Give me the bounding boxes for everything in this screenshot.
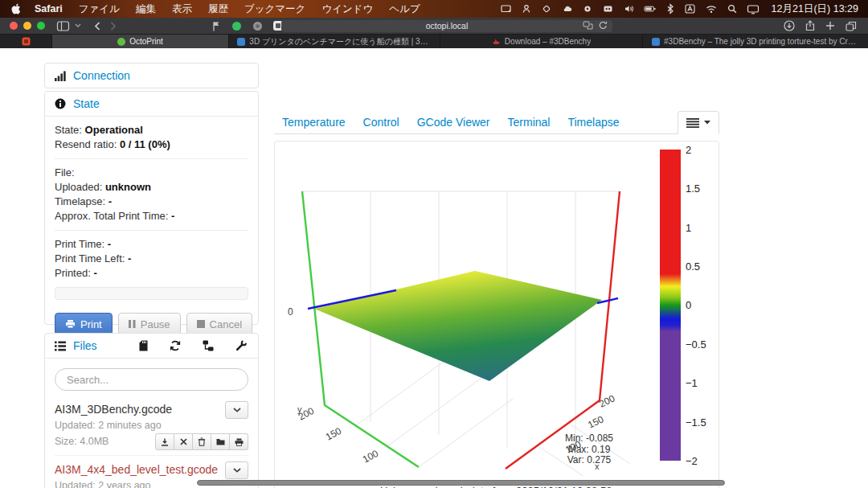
menu-file[interactable]: ファイル bbox=[71, 0, 128, 18]
address-bar[interactable]: octopi.local bbox=[281, 20, 612, 32]
tab-octoprint[interactable]: OctoPrint bbox=[52, 35, 229, 48]
menu-history[interactable]: 履歴 bbox=[200, 0, 236, 18]
battery-icon[interactable] bbox=[644, 3, 657, 14]
divider bbox=[55, 230, 248, 231]
colorbar bbox=[660, 150, 681, 461]
bluetooth-icon[interactable] bbox=[665, 3, 675, 14]
share-icon[interactable] bbox=[805, 20, 815, 31]
new-tab-icon[interactable] bbox=[825, 21, 835, 31]
refresh-icon[interactable] bbox=[170, 340, 181, 351]
menu-bookmarks[interactable]: ブックマーク bbox=[236, 0, 313, 18]
apple-icon[interactable] bbox=[11, 3, 22, 14]
search-icon[interactable] bbox=[727, 3, 738, 14]
colorbar-tick: 0 bbox=[686, 299, 691, 310]
octoprint-page: Connection State State: Operational Rese… bbox=[0, 48, 868, 488]
file-actions bbox=[155, 433, 248, 450]
colorbar-tick: 2 bbox=[686, 144, 691, 155]
wifi-icon[interactable] bbox=[705, 3, 718, 14]
file-row[interactable]: AI3M_3DBenchy.gcode Updated: 2 minutes a… bbox=[55, 396, 248, 455]
pill-icon[interactable] bbox=[582, 3, 593, 14]
tab-timelapse[interactable]: Timelapse bbox=[567, 116, 619, 129]
menu-help[interactable]: ヘルプ bbox=[381, 0, 428, 18]
pinned-pin-icon[interactable] bbox=[211, 21, 221, 31]
svg-text:150: 150 bbox=[586, 413, 605, 431]
close-window-button[interactable] bbox=[10, 22, 18, 30]
state-header[interactable]: State bbox=[45, 92, 258, 116]
remove-file-button[interactable] bbox=[174, 433, 193, 450]
tab-benchy-site[interactable]: #3DBenchy – The jolly 3D printing tortur… bbox=[643, 35, 868, 48]
state-row: Approx. Total Print Time: - bbox=[55, 209, 248, 223]
pinned-tab[interactable] bbox=[0, 35, 52, 48]
sd-card-icon[interactable] bbox=[139, 340, 148, 351]
tab-download-benchy[interactable]: Download – #3DBenchy bbox=[440, 35, 643, 48]
info-icon bbox=[55, 98, 66, 109]
pinned-tab-favicon bbox=[22, 37, 31, 46]
zoom-window-button[interactable] bbox=[37, 22, 45, 30]
print-button[interactable]: Print bbox=[55, 313, 113, 335]
screen-mirroring-icon[interactable] bbox=[500, 3, 512, 14]
print-file-button[interactable] bbox=[230, 433, 248, 450]
download-file-button[interactable] bbox=[155, 433, 174, 450]
keypad-icon[interactable] bbox=[602, 3, 614, 14]
load-file-button[interactable] bbox=[211, 433, 230, 450]
connection-header[interactable]: Connection bbox=[45, 64, 258, 88]
svg-text:150: 150 bbox=[324, 425, 344, 443]
input-source-icon[interactable] bbox=[684, 3, 696, 14]
tab-bed-visualizer-active[interactable] bbox=[678, 111, 719, 134]
file-dropdown-button[interactable] bbox=[225, 401, 248, 419]
file-name[interactable]: AI3M_4x4_bed_level_test.gcode bbox=[55, 461, 218, 478]
menu-edit[interactable]: 編集 bbox=[128, 0, 164, 18]
tab-control[interactable]: Control bbox=[363, 116, 399, 129]
delete-file-button[interactable] bbox=[193, 433, 211, 450]
menubar-clock[interactable]: 12月21日(日) 13:29 bbox=[772, 2, 858, 16]
menu-view[interactable]: 表示 bbox=[164, 0, 200, 18]
svg-text:100: 100 bbox=[361, 448, 381, 465]
wrench-icon[interactable] bbox=[235, 340, 247, 351]
file-name[interactable]: AI3M_3DBenchy.gcode bbox=[55, 401, 172, 417]
minimize-window-button[interactable] bbox=[23, 22, 31, 30]
bed-mesh-3d-plot[interactable]: 0 200 150 100 y 200 150 100 x bbox=[276, 142, 630, 476]
colorbar-tick: −1 bbox=[686, 377, 698, 388]
file-dropdown-button[interactable] bbox=[225, 461, 248, 479]
address-url: octopi.local bbox=[426, 21, 469, 31]
tab-gcode-viewer[interactable]: GCode Viewer bbox=[417, 116, 490, 129]
tab-benchmark-article[interactable]: 3D プリンタのベンチマークに使う船の種類 | 3Dエンジン bbox=[229, 35, 440, 48]
screen: Safari ファイル 編集 表示 履歴 ブックマーク ウインドウ ヘルプ 12… bbox=[0, 0, 868, 488]
user-icon[interactable] bbox=[521, 3, 532, 14]
horizontal-scrollbar[interactable] bbox=[197, 480, 725, 486]
reload-icon[interactable] bbox=[599, 21, 608, 30]
printer-icon bbox=[235, 438, 244, 446]
extension-green-icon[interactable] bbox=[231, 21, 242, 31]
pause-button[interactable]: Pause bbox=[118, 313, 181, 335]
folder-tree-icon[interactable] bbox=[203, 340, 214, 351]
files-header[interactable]: Files bbox=[45, 334, 258, 358]
file-search-input[interactable] bbox=[55, 368, 248, 391]
stop-icon bbox=[197, 320, 205, 328]
sidebar-chevron-icon[interactable] bbox=[75, 23, 81, 28]
cancel-button[interactable]: Cancel bbox=[186, 313, 252, 335]
colorbar-tick: 1.5 bbox=[686, 182, 700, 194]
x-icon bbox=[180, 438, 187, 445]
volume-icon[interactable] bbox=[623, 3, 635, 14]
forward-button[interactable] bbox=[110, 22, 117, 31]
colorbar-tick: 1 bbox=[686, 222, 691, 233]
colorbar-tick: −1.5 bbox=[686, 416, 706, 428]
safari-toolbar: octopi.local bbox=[0, 18, 868, 34]
extension-ball-icon[interactable] bbox=[252, 21, 263, 31]
sidebar-toggle-icon[interactable] bbox=[56, 21, 70, 31]
tab-favicon bbox=[237, 38, 245, 46]
file-updated: Updated: 2 minutes ago bbox=[55, 419, 248, 433]
tab-terminal[interactable]: Terminal bbox=[508, 116, 551, 129]
hamburger-icon bbox=[686, 118, 699, 128]
tab-overview-icon[interactable] bbox=[845, 21, 857, 31]
shortcuts-icon[interactable] bbox=[541, 3, 552, 14]
downloads-icon[interactable] bbox=[784, 20, 795, 31]
menu-window[interactable]: ウインドウ bbox=[313, 0, 381, 18]
page-translate-icon[interactable] bbox=[583, 21, 593, 30]
menu-safari[interactable]: Safari bbox=[27, 0, 71, 18]
list-icon bbox=[55, 341, 66, 351]
back-button[interactable] bbox=[94, 22, 100, 31]
cloud-icon[interactable] bbox=[561, 3, 573, 14]
display-icon[interactable] bbox=[747, 3, 760, 14]
tab-temperature[interactable]: Temperature bbox=[282, 116, 346, 129]
